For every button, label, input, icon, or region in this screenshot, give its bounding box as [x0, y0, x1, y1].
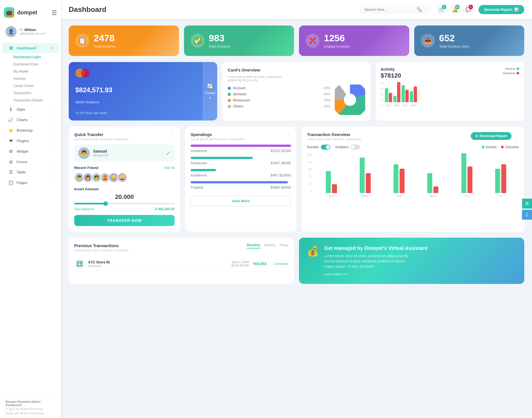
legend-label-restaurant: Restaurant: [233, 98, 250, 102]
bar-group-mon: Mon: [393, 82, 400, 107]
sidebar-item-plugins[interactable]: ❤ Plugins ›: [2, 136, 59, 146]
generate-report-label: Generate Report: [484, 7, 512, 12]
sidebar-copyright: © 2021 All Rights Reserved: [6, 407, 55, 411]
generate-report-button[interactable]: Generate Report 📊: [479, 5, 524, 14]
user-greeting: Hi, William: [19, 28, 45, 32]
legend-dot-account: [228, 87, 231, 90]
transaction-y-axis: 100806040200: [307, 153, 313, 198]
sidebar-sub-transaction[interactable]: Transaction: [11, 89, 61, 97]
spending-property: Property $3890 /$4000: [191, 181, 291, 189]
analytics-toggle-label: Analytics: [335, 145, 349, 149]
chevron-right-icon-3: ›: [52, 129, 53, 132]
stat-card-paid-invoices: ✅ 983 Paid Invoices: [184, 25, 294, 56]
transfer-now-button[interactable]: TRANSFER NOW: [74, 215, 175, 226]
sidebar-item-table[interactable]: ☰ Table ›: [2, 167, 59, 177]
big-bar-pair-tue: [393, 164, 405, 193]
cart-icon-btn[interactable]: 🛒 2: [436, 4, 447, 15]
slider-thumb[interactable]: [103, 201, 108, 206]
sidebar-sub-transaction-details[interactable]: Transaction Details: [11, 97, 61, 104]
download-report-button[interactable]: ⬇ Download Report: [471, 132, 511, 140]
activity-bar-chart: Sun Mon: [385, 82, 519, 107]
pie-chart: [335, 84, 365, 115]
unpaid-invoices-icon: ❌: [306, 34, 319, 48]
chevron-right-icon-7: ›: [52, 170, 53, 174]
sidebar-item-charts[interactable]: 📈 Charts ›: [2, 115, 59, 125]
sidebar-sub-invoices[interactable]: Invoices: [11, 75, 61, 82]
quick-transfer-subtitle: Lorem ipsum dolor sit amet, consectetur: [74, 137, 129, 141]
wallet-label: Wallet Balance: [75, 100, 211, 104]
search-input[interactable]: [364, 7, 414, 12]
row4: Previous Transactions Lorem ipsum dolor …: [69, 238, 524, 284]
big-bar-sun: Sun: [316, 171, 347, 198]
big-bar-sun-income: [326, 171, 331, 193]
legend-others: Others 15%: [228, 104, 330, 108]
va-learn-more-link[interactable]: Learn more >>: [324, 272, 427, 276]
sidebar-sub-dashboard-light[interactable]: Dashboard Light: [11, 53, 61, 61]
activity-bar-chart-container: 806040200 Sun: [381, 79, 519, 107]
water-panel-btn[interactable]: 💧: [522, 210, 532, 220]
notification-icon-btn[interactable]: 🔔 12: [450, 4, 460, 15]
bar-sun-outcome: [389, 93, 392, 102]
view-more-button[interactable]: View More: [191, 196, 291, 206]
user-name: William: [24, 28, 36, 32]
settings-panel-btn[interactable]: ⚙: [522, 199, 532, 209]
friend-avatar-6[interactable]: 👩‍🦳: [117, 173, 127, 183]
pt-tab-today[interactable]: Today: [279, 243, 288, 248]
row2: $824,571.93 Wallet Balance +0.8% than la…: [69, 62, 524, 120]
content-area: 📋 2478 Total Invoices ✅ 983 Paid Invoice…: [61, 19, 532, 418]
bar-mon-income: [393, 96, 397, 102]
analytics-toggle[interactable]: [351, 145, 360, 150]
dashboard-icon: ⊞: [8, 45, 14, 51]
big-bar-fri-outcome: [501, 164, 506, 193]
sidebar-item-forms[interactable]: 🖨 Forms ›: [2, 157, 59, 167]
number-toggle[interactable]: [321, 145, 330, 150]
search-bar[interactable]: 🔍: [359, 5, 431, 14]
va-icon: 💰: [307, 245, 319, 257]
bar-label-tue: Tue: [403, 104, 408, 107]
big-bar-mon-income: [360, 158, 365, 193]
total-invoices-num: 2478: [94, 33, 116, 43]
bar-wed-outcome: [414, 86, 417, 102]
sidebar-sub-dashboard-dark[interactable]: Dashboard Dark: [11, 61, 61, 68]
activity-outcome-legend: Outcome: [503, 71, 519, 75]
message-icon-btn[interactable]: 💬 5: [463, 4, 474, 15]
sidebar-item-bootstrap[interactable]: ⭐ Bootstrap ›: [2, 125, 59, 135]
hamburger-icon[interactable]: ☰: [48, 4, 57, 20]
pt-tab-monthly[interactable]: Monthly: [247, 243, 260, 248]
big-bar-pair-fri: [495, 164, 506, 193]
chevron-right-icon-2: ›: [52, 118, 53, 122]
sidebar-sub-cards-center[interactable]: Cards Center: [11, 82, 61, 89]
more-dots-spendings[interactable]: ⋮: [286, 132, 291, 138]
legend-account: Account 20%: [228, 86, 330, 90]
big-bar-pair-thu: [461, 153, 472, 193]
spending-label-row-installment: Installment $487 /$10000: [191, 173, 291, 177]
paid-invoices-icon: ✅: [191, 34, 204, 48]
big-bar-wed: Wed: [417, 173, 449, 198]
sidebar-sub-my-wallet[interactable]: My Wallet: [11, 68, 61, 75]
transfer-user[interactable]: 👨 Samuel @sam224 ✓: [74, 145, 175, 162]
sidebar-item-dashboard[interactable]: ⊞ Dashboard ▾: [2, 43, 59, 53]
sidebar-item-widget[interactable]: ⚙ Widget ›: [2, 146, 59, 157]
transaction-overview-header: Transaction Overview Lorem ipsum dolor s…: [307, 132, 519, 141]
activity-outcome-label: Outcome: [503, 71, 515, 75]
pt-tab-weekly[interactable]: Weekly: [264, 243, 275, 248]
more-dots-transaction-overview[interactable]: ⋮: [514, 133, 519, 139]
chevron-right-icon-8: ›: [52, 181, 53, 185]
slider-bar[interactable]: [74, 203, 175, 204]
balance-label: Your Balance: [74, 207, 94, 211]
sidebar-item-apps[interactable]: ℹ Apps ›: [2, 104, 59, 114]
change-label: Change: [205, 91, 216, 94]
change-button[interactable]: 🔄 Change ▾: [203, 62, 217, 120]
pt-tabs: Monthly Weekly Today: [247, 243, 288, 248]
bar-pair-sun: [385, 88, 392, 102]
bar-label-wed: Wed: [411, 104, 416, 107]
sidebar-item-pages[interactable]: 📋 Pages ›: [2, 178, 59, 188]
big-bar-wed-income: [427, 173, 432, 193]
spendings-subtitle: Lorem ipsum dolor sit amet, consectetur: [191, 137, 245, 141]
income-dot: [516, 67, 519, 70]
see-all-link[interactable]: See All: [164, 166, 175, 170]
more-dots-quick-transfer[interactable]: ⋮: [170, 132, 175, 138]
transaction-overview-title: Transaction Overview: [307, 132, 361, 137]
activity-header: Activity $78120 Income Outcome: [381, 67, 519, 79]
big-bar-thu-outcome: [467, 166, 472, 193]
